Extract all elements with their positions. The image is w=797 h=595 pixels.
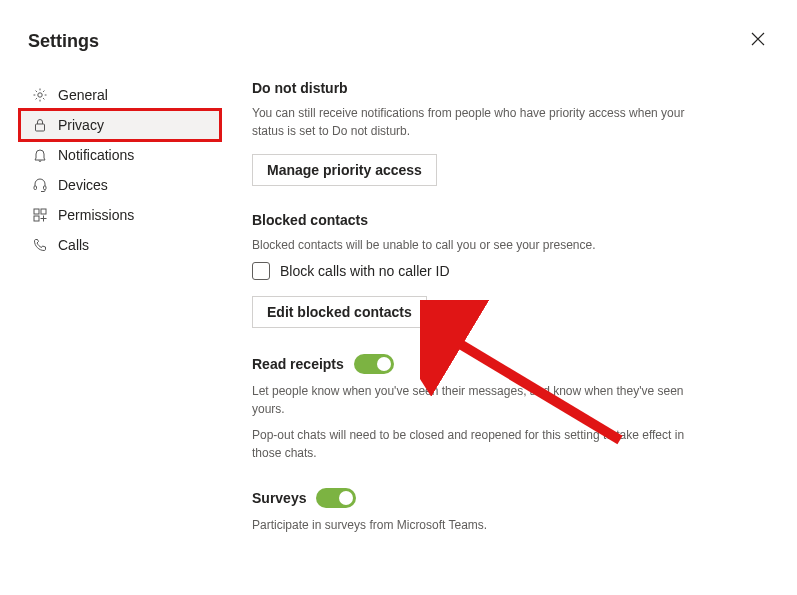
section-title-surveys: Surveys [252,488,712,508]
svg-rect-6 [34,216,39,221]
section-read-receipts: Read receipts Let people know when you'v… [252,354,712,462]
block-no-caller-id-label: Block calls with no caller ID [280,263,450,279]
apps-icon [32,207,48,223]
close-icon [751,32,765,46]
manage-priority-access-button[interactable]: Manage priority access [252,154,437,186]
sidebar-item-label: Privacy [58,117,104,133]
phone-icon [32,237,48,253]
svg-rect-1 [36,124,45,131]
headset-icon [32,177,48,193]
svg-rect-4 [34,209,39,214]
sidebar-item-general[interactable]: General [20,80,220,110]
sidebar-item-label: General [58,87,108,103]
bell-icon [32,147,48,163]
sidebar-item-devices[interactable]: Devices [20,170,220,200]
sidebar-item-permissions[interactable]: Permissions [20,200,220,230]
section-title-blocked: Blocked contacts [252,212,712,228]
gear-icon [32,87,48,103]
sidebar-item-privacy[interactable]: Privacy [20,110,220,140]
section-title-label: Read receipts [252,356,344,372]
sidebar-item-notifications[interactable]: Notifications [20,140,220,170]
section-desc-read-1: Let people know when you've seen their m… [252,382,712,418]
svg-rect-3 [44,186,47,190]
section-title-read-receipts: Read receipts [252,354,712,374]
section-desc-blocked: Blocked contacts will be unable to call … [252,236,712,254]
surveys-toggle[interactable] [316,488,356,508]
close-button[interactable] [747,28,769,54]
block-no-caller-id-row: Block calls with no caller ID [252,262,712,280]
section-surveys: Surveys Participate in surveys from Micr… [252,488,712,534]
section-title-dnd: Do not disturb [252,80,712,96]
edit-blocked-contacts-button[interactable]: Edit blocked contacts [252,296,427,328]
page-title: Settings [28,31,99,52]
svg-point-0 [38,93,42,97]
section-do-not-disturb: Do not disturb You can still receive not… [252,80,712,186]
settings-header: Settings [0,0,797,66]
read-receipts-toggle[interactable] [354,354,394,374]
section-desc-read-2: Pop-out chats will need to be closed and… [252,426,712,462]
section-title-label: Surveys [252,490,306,506]
settings-content: Do not disturb You can still receive not… [220,66,740,580]
svg-rect-5 [41,209,46,214]
section-blocked-contacts: Blocked contacts Blocked contacts will b… [252,212,712,328]
section-desc-dnd: You can still receive notifications from… [252,104,712,140]
sidebar-item-label: Calls [58,237,89,253]
lock-icon [32,117,48,133]
sidebar-item-label: Notifications [58,147,134,163]
block-no-caller-id-checkbox[interactable] [252,262,270,280]
sidebar-item-label: Devices [58,177,108,193]
settings-sidebar: General Privacy Notifications Devices Pe… [20,66,220,580]
sidebar-item-label: Permissions [58,207,134,223]
section-desc-surveys: Participate in surveys from Microsoft Te… [252,516,712,534]
svg-rect-2 [34,186,37,190]
sidebar-item-calls[interactable]: Calls [20,230,220,260]
